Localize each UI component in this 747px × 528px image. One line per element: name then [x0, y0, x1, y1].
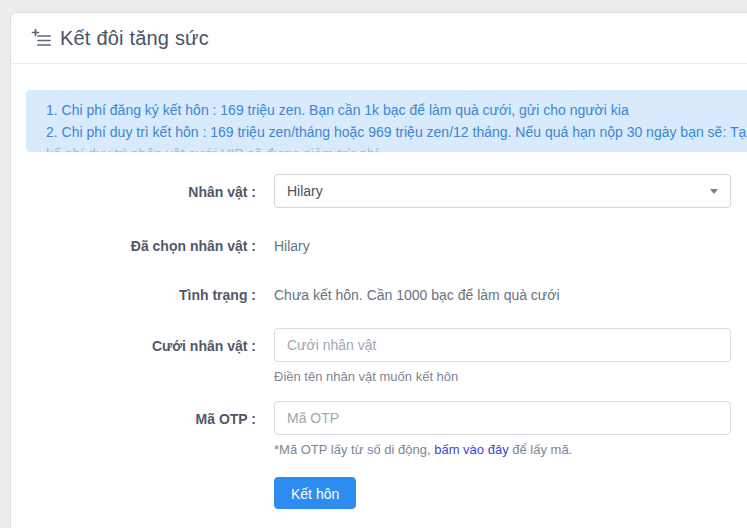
otp-input[interactable] — [274, 401, 731, 435]
marry-button[interactable]: Kết hôn — [274, 477, 356, 509]
status-value: Chưa kết hôn. Cần 1000 bạc để làm quà cư… — [274, 285, 731, 305]
panel-body: 1. Chi phí đăng ký kết hôn : 169 triệu z… — [11, 90, 747, 509]
character-row: Nhân vật : Hilary — [26, 174, 747, 208]
marry-character-row: Cưới nhân vật : Điền tên nhân vật muốn k… — [26, 328, 747, 386]
otp-help-suffix: để lấy mã. — [509, 442, 573, 457]
character-select-value: Hilary — [287, 183, 323, 199]
info-line-1: 1. Chi phí đăng ký kết hôn : 169 triệu z… — [46, 99, 747, 121]
marry-character-input[interactable] — [274, 328, 731, 362]
otp-help-prefix: *Mã OTP lấy từ số di động, — [274, 442, 434, 457]
page: { "header": { "title": "Kết đôi tăng sức… — [0, 0, 747, 528]
chevron-down-icon — [710, 189, 718, 194]
info-alert: 1. Chi phí đăng ký kết hôn : 169 triệu z… — [26, 90, 747, 152]
info-line-3-clipped: kể phí duy trì nhân vật cưới VIP sẽ được… — [46, 143, 747, 152]
playlist-add-icon — [31, 28, 51, 48]
marry-character-label: Cưới nhân vật : — [26, 328, 256, 356]
otp-help: *Mã OTP lấy từ số di động, bấm vào đây đ… — [274, 441, 731, 459]
content-panel: Kết đôi tăng sức 1. Chi phí đăng ký kết … — [10, 12, 747, 528]
otp-label: Mã OTP : — [26, 401, 256, 429]
panel-header: Kết đôi tăng sức — [11, 13, 747, 64]
chosen-character-row: Đã chọn nhân vật : Hilary — [26, 236, 747, 256]
page-title: Kết đôi tăng sức — [60, 27, 209, 50]
submit-row-spacer — [26, 477, 256, 485]
chosen-character-value: Hilary — [274, 236, 731, 256]
otp-row: Mã OTP : *Mã OTP lấy từ số di động, bấm … — [26, 401, 747, 459]
character-select[interactable]: Hilary — [274, 174, 731, 208]
submit-row: Kết hôn — [26, 477, 747, 509]
status-label: Tình trạng : — [26, 285, 256, 305]
info-line-2: 2. Chi phí duy trì kết hôn : 169 triệu z… — [46, 121, 747, 143]
marriage-form: Nhân vật : Hilary Đã chọn nhân vật : Hil… — [26, 174, 747, 509]
otp-help-link[interactable]: bấm vào đây — [434, 442, 508, 457]
marry-character-help: Điền tên nhân vật muốn kết hôn — [274, 368, 731, 386]
chosen-character-label: Đã chọn nhân vật : — [26, 236, 256, 256]
status-row: Tình trạng : Chưa kết hôn. Cần 1000 bạc … — [26, 285, 747, 305]
character-label: Nhân vật : — [26, 174, 256, 202]
